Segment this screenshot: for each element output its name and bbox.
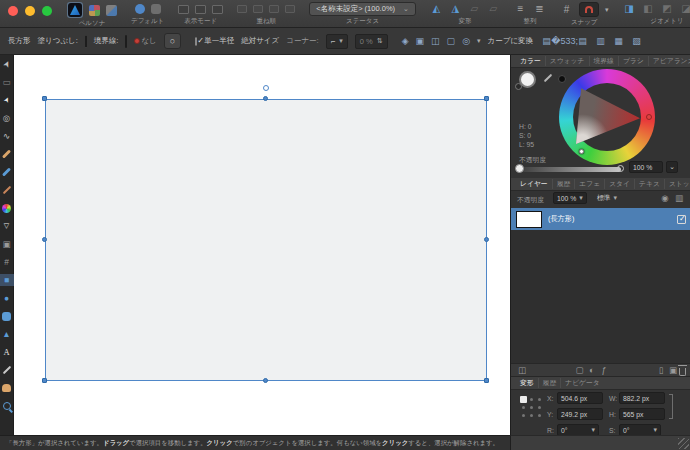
adjustment-layer-icon[interactable]: ◐ bbox=[586, 364, 598, 376]
anchor-middle-right[interactable] bbox=[538, 406, 541, 409]
blend-mode-dropdown[interactable]: 標準▾ bbox=[593, 192, 635, 204]
move-backward-button[interactable] bbox=[269, 5, 279, 13]
selected-rectangle-object[interactable] bbox=[45, 99, 487, 381]
paint-brush-tool[interactable] bbox=[0, 184, 14, 196]
layers-opacity-dropdown[interactable]: 100 %▾ bbox=[553, 192, 587, 204]
tab-text-styles[interactable]: テキス bbox=[634, 179, 664, 189]
layer-effects-icon[interactable]: ƒ bbox=[598, 364, 610, 376]
fill-color-swatch[interactable] bbox=[85, 35, 87, 48]
tab-stock[interactable]: ストッ bbox=[664, 179, 690, 189]
anchor-top-center[interactable] bbox=[530, 398, 533, 401]
move-tool[interactable]: ➤ bbox=[0, 58, 14, 70]
handle-middle-right[interactable] bbox=[484, 237, 489, 242]
anchor-top-left[interactable] bbox=[520, 396, 527, 403]
opacity-slider-knob[interactable] bbox=[515, 164, 524, 173]
view-mode-pixel-button[interactable] bbox=[195, 5, 206, 14]
layer-list-empty-area[interactable] bbox=[511, 230, 690, 363]
document-canvas[interactable] bbox=[14, 55, 510, 435]
tab-swatches[interactable]: スウォッチ bbox=[545, 56, 589, 66]
handle-top-left[interactable] bbox=[42, 96, 47, 101]
move-forward-button[interactable] bbox=[253, 5, 263, 13]
align-vertical-icon[interactable]: ≣ bbox=[533, 3, 546, 16]
opacity-slider-end-knob[interactable] bbox=[617, 165, 624, 172]
handle-top-right[interactable] bbox=[484, 96, 489, 101]
tab-appearance[interactable]: アピアランス bbox=[648, 56, 690, 66]
artboard-tool[interactable]: ▭ bbox=[0, 76, 14, 88]
tab-history[interactable]: 履歴 bbox=[552, 179, 575, 189]
tab-navigator[interactable]: ナビゲータ bbox=[560, 378, 604, 388]
opacity-value[interactable]: 100 % bbox=[629, 161, 663, 173]
single-radius-checkbox[interactable] bbox=[195, 37, 197, 46]
pencil-tool[interactable] bbox=[0, 166, 14, 178]
anchor-point-selector[interactable] bbox=[519, 395, 543, 419]
snap-to-grid-icon[interactable]: ◈ bbox=[402, 35, 409, 48]
align-horizontal-icon[interactable]: ≡ bbox=[514, 3, 527, 16]
x-input[interactable]: 504.6 px bbox=[557, 392, 603, 404]
document-title-dropdown[interactable]: <名称未設定> (100.0%) ⌄ bbox=[309, 2, 416, 16]
layer-visibility-checkbox[interactable] bbox=[677, 215, 686, 224]
geometry-add-icon[interactable]: ◨ bbox=[622, 3, 635, 16]
corner-type-dropdown[interactable]: ⌐▾ bbox=[326, 34, 348, 49]
snap-bbox-icon[interactable]: ◫ bbox=[431, 35, 440, 48]
forward-one-icon[interactable]: ▤ bbox=[576, 35, 589, 48]
default-blue-button[interactable] bbox=[135, 4, 145, 14]
corner-radius-stepper[interactable]: 0 %⇅ bbox=[355, 34, 388, 49]
color-wheel[interactable] bbox=[559, 69, 655, 165]
tab-styles[interactable]: スタイ bbox=[604, 179, 634, 189]
snap-spread-icon[interactable]: ▢ bbox=[447, 35, 456, 48]
align-objects-icon[interactable]: ▦ bbox=[612, 35, 625, 48]
tab-color[interactable]: カラー bbox=[516, 56, 545, 66]
rounded-rectangle-tool[interactable] bbox=[0, 310, 14, 322]
anchor-bottom-left[interactable] bbox=[522, 414, 525, 417]
view-mode-retina-button[interactable] bbox=[212, 5, 223, 14]
snap-extra-chevron-icon[interactable]: ▾ bbox=[477, 37, 481, 45]
stroke-width-slider-thumb[interactable] bbox=[134, 38, 140, 44]
tab-stroke[interactable]: 境界線 bbox=[589, 56, 618, 66]
tab-brushes[interactable]: ブラシ bbox=[618, 56, 648, 66]
scope-icon[interactable]: ◫ bbox=[516, 364, 528, 376]
close-window-button[interactable] bbox=[8, 6, 18, 16]
handle-bottom-left[interactable] bbox=[42, 378, 47, 383]
export-persona-button[interactable] bbox=[106, 5, 117, 16]
w-input[interactable]: 882.2 px bbox=[619, 392, 665, 404]
distribute-objects-icon[interactable]: ▧ bbox=[630, 35, 643, 48]
default-gray-button[interactable] bbox=[151, 4, 161, 14]
tab-layers[interactable]: レイヤー bbox=[516, 179, 552, 189]
new-layer-icon[interactable]: ▯ bbox=[655, 364, 667, 376]
handle-top-center[interactable] bbox=[263, 96, 268, 101]
minimize-window-button[interactable] bbox=[25, 6, 35, 16]
lightness-marker[interactable] bbox=[579, 149, 584, 154]
view-tool[interactable] bbox=[0, 382, 14, 394]
stroke-color-swatch[interactable] bbox=[125, 35, 127, 48]
opacity-slider[interactable] bbox=[519, 167, 621, 172]
layer-row[interactable]: (長方形) bbox=[511, 208, 690, 230]
h-input[interactable]: 565 px bbox=[619, 408, 665, 420]
place-image-tool[interactable]: ▣ bbox=[0, 238, 14, 250]
anchor-center[interactable] bbox=[530, 406, 533, 409]
flip-horizontal-icon[interactable]: ◭ bbox=[430, 3, 443, 16]
vector-crop-tool[interactable]: # bbox=[0, 256, 14, 268]
anchor-bottom-center[interactable] bbox=[530, 414, 533, 417]
snap-midpoint-icon[interactable]: ▣ bbox=[416, 35, 425, 48]
anchor-middle-left[interactable] bbox=[522, 406, 525, 409]
pen-tool[interactable]: ∿ bbox=[0, 130, 14, 142]
fill-gradient-tool[interactable] bbox=[0, 202, 14, 214]
hue-marker[interactable] bbox=[646, 114, 652, 120]
move-to-front-button[interactable] bbox=[237, 5, 247, 13]
handle-bottom-right[interactable] bbox=[484, 378, 489, 383]
group-layers-icon[interactable]: ▣ bbox=[667, 364, 679, 376]
rectangle-tool[interactable]: ■ bbox=[0, 274, 14, 286]
y-input[interactable]: 249.2 px bbox=[557, 408, 603, 420]
to-front-icon[interactable]: ▥ bbox=[594, 35, 607, 48]
geometry-xor-icon[interactable]: ◪ bbox=[679, 3, 690, 16]
rotate-ccw-icon[interactable]: ▱ bbox=[468, 3, 481, 16]
stroke-style-button[interactable]: ○ bbox=[164, 33, 181, 49]
snapping-toggle-button[interactable] bbox=[579, 2, 599, 17]
color-picker-tool[interactable] bbox=[0, 364, 14, 376]
tab-transform[interactable]: 変形 bbox=[516, 378, 538, 388]
snap-rotation-icon[interactable]: ◎ bbox=[462, 35, 470, 48]
shape-tool[interactable]: ▲ bbox=[0, 328, 14, 340]
mask-layer-icon[interactable]: ▢ bbox=[574, 364, 586, 376]
ellipse-tool[interactable]: ● bbox=[0, 292, 14, 304]
vector-brush-tool[interactable] bbox=[0, 148, 14, 160]
